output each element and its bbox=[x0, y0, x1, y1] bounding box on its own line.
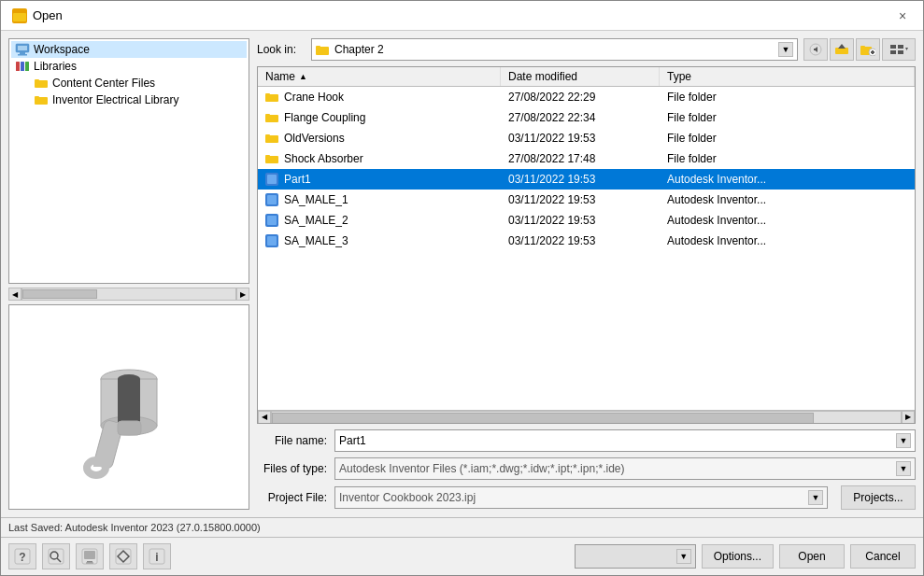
view-button[interactable] bbox=[882, 38, 916, 61]
folder-icon-lookin bbox=[316, 44, 329, 55]
find-button[interactable] bbox=[42, 543, 70, 569]
svg-rect-54 bbox=[267, 216, 277, 225]
right-panel: Look in: Chapter 2 ▼ bbox=[257, 38, 916, 510]
filename-input[interactable]: Part1 ▼ bbox=[334, 429, 916, 452]
projects-button[interactable]: Projects... bbox=[841, 485, 916, 510]
tree-label-content: Content Center Files bbox=[52, 77, 155, 90]
filetype-select[interactable]: Autodesk Inventor Files (*.iam;*.dwg;*.i… bbox=[334, 457, 916, 480]
file-cell-type: File folder bbox=[660, 150, 915, 167]
file-cell-name: SA_MALE_3 bbox=[258, 232, 501, 249]
file-hscroll-track bbox=[271, 411, 902, 424]
col-header-name[interactable]: Name ▲ bbox=[258, 67, 501, 86]
hscroll-thumb[interactable] bbox=[22, 289, 97, 299]
file-list-hscrollbar[interactable]: ◀ ▶ bbox=[258, 410, 915, 423]
svg-rect-47 bbox=[265, 156, 278, 163]
file-list-header: Name ▲ Date modified Type bbox=[258, 67, 915, 87]
libraries-icon bbox=[15, 60, 30, 73]
tree-item-inventor-electrical[interactable]: Inventor Electrical Library bbox=[30, 91, 247, 108]
svg-rect-36 bbox=[890, 45, 896, 49]
file-row[interactable]: OldVersions 03/11/2022 19:53 File folder bbox=[258, 128, 915, 148]
tree-item-content-center[interactable]: Content Center Files bbox=[30, 75, 247, 91]
dialog-title: Open bbox=[33, 8, 63, 22]
folder-icon-electrical bbox=[34, 93, 49, 106]
view-dropdown-arrow[interactable]: ▼ bbox=[676, 549, 691, 564]
project-row: Project File: Inventor Cookbook 2023.ipj… bbox=[257, 485, 916, 510]
file-cell-name: SA_MALE_2 bbox=[258, 212, 501, 229]
file-hscroll-thumb[interactable] bbox=[272, 413, 814, 424]
new-folder-button[interactable] bbox=[856, 38, 880, 61]
file-cell-date: 27/08/2022 17:48 bbox=[501, 150, 660, 167]
folder-icon-content bbox=[34, 77, 49, 90]
svg-rect-42 bbox=[265, 93, 270, 95]
hscroll-right-arrow[interactable]: ▶ bbox=[236, 288, 249, 301]
file-folder-icon bbox=[265, 112, 278, 123]
svg-text:?: ? bbox=[19, 551, 25, 564]
svg-rect-46 bbox=[265, 134, 270, 136]
tree-label-libraries: Libraries bbox=[34, 60, 77, 73]
file-cell-type: File folder bbox=[660, 109, 915, 126]
file-part-icon bbox=[265, 234, 278, 247]
file-row[interactable]: Flange Coupling 27/08/2022 22:34 File fo… bbox=[258, 107, 915, 128]
file-row[interactable]: Shock Absorber 27/08/2022 17:48 File fol… bbox=[258, 148, 915, 169]
help-icon: ? bbox=[14, 548, 31, 565]
lookin-dropdown-arrow[interactable]: ▼ bbox=[778, 42, 793, 57]
file-folder-icon bbox=[265, 133, 278, 144]
close-button[interactable]: × bbox=[893, 7, 912, 25]
file-cell-date: 27/08/2022 22:29 bbox=[501, 89, 660, 105]
file-hscroll-right[interactable]: ▶ bbox=[902, 411, 915, 424]
preview-panel bbox=[8, 304, 249, 510]
svg-rect-4 bbox=[18, 46, 27, 50]
file-part-icon bbox=[265, 173, 278, 186]
file-cell-type: Autodesk Inventor... bbox=[660, 212, 915, 229]
sort-arrow: ▲ bbox=[299, 72, 307, 81]
file-cell-name: Flange Coupling bbox=[258, 109, 501, 126]
hscroll-left-arrow[interactable]: ◀ bbox=[8, 288, 21, 301]
cancel-button[interactable]: Cancel bbox=[850, 544, 916, 569]
file-name-text: Part1 bbox=[284, 173, 311, 186]
info-button[interactable]: i bbox=[143, 543, 171, 569]
tree-item-workspace[interactable]: Workspace bbox=[11, 41, 247, 58]
project-select[interactable]: Inventor Cookbook 2023.ipj ▼ bbox=[334, 486, 828, 509]
toolbar-row: Look in: Chapter 2 ▼ bbox=[257, 38, 916, 61]
file-cell-date: 03/11/2022 19:53 bbox=[501, 130, 660, 147]
file-part-icon bbox=[265, 193, 278, 206]
filetype-dropdown-arrow[interactable]: ▼ bbox=[896, 461, 911, 476]
tree-item-libraries[interactable]: Libraries bbox=[11, 58, 247, 75]
file-cell-date: 03/11/2022 19:53 bbox=[501, 212, 660, 229]
svg-rect-7 bbox=[16, 62, 20, 71]
lookin-combo[interactable]: Chapter 2 ▼ bbox=[311, 38, 798, 61]
filename-dropdown-arrow[interactable]: ▼ bbox=[896, 433, 911, 448]
file-row[interactable]: SA_MALE_2 03/11/2022 19:53 Autodesk Inve… bbox=[258, 210, 915, 231]
back-icon bbox=[808, 43, 823, 56]
preview-icon bbox=[81, 548, 98, 565]
file-row[interactable]: Crane Hook 27/08/2022 22:29 File folder bbox=[258, 87, 915, 107]
options-button[interactable]: Options... bbox=[702, 544, 774, 569]
view-dropdown[interactable]: ▼ bbox=[575, 544, 696, 569]
project-value: Inventor Cookbook 2023.ipj bbox=[339, 491, 804, 504]
options2-button[interactable] bbox=[109, 543, 137, 569]
up-button[interactable] bbox=[830, 38, 854, 61]
file-cell-type: Autodesk Inventor... bbox=[660, 171, 915, 188]
filetype-label: Files of type: bbox=[257, 462, 327, 475]
file-list: Crane Hook 27/08/2022 22:29 File folder … bbox=[258, 87, 915, 410]
svg-rect-11 bbox=[35, 79, 39, 82]
back-button[interactable] bbox=[803, 38, 828, 61]
file-cell-type: File folder bbox=[660, 130, 915, 147]
tree-hscrollbar[interactable]: ◀ ▶ bbox=[8, 288, 249, 301]
help-button[interactable]: ? bbox=[8, 543, 36, 569]
pc-icon bbox=[15, 43, 30, 56]
project-dropdown-arrow[interactable]: ▼ bbox=[808, 490, 823, 505]
preview-button[interactable] bbox=[76, 543, 104, 569]
hscroll-track bbox=[21, 288, 236, 301]
file-row[interactable]: SA_MALE_3 03/11/2022 19:53 Autodesk Inve… bbox=[258, 231, 915, 251]
filetype-row: Files of type: Autodesk Inventor Files (… bbox=[257, 457, 916, 480]
open-button[interactable]: Open bbox=[779, 544, 845, 569]
file-hscroll-left[interactable]: ◀ bbox=[258, 411, 271, 424]
svg-rect-9 bbox=[25, 62, 29, 71]
svg-rect-38 bbox=[890, 50, 896, 54]
col-header-type[interactable]: Type bbox=[660, 67, 915, 86]
file-row[interactable]: Part1 03/11/2022 19:53 Autodesk Inventor… bbox=[258, 169, 915, 190]
file-row[interactable]: SA_MALE_1 03/11/2022 19:53 Autodesk Inve… bbox=[258, 190, 915, 210]
col-header-date[interactable]: Date modified bbox=[501, 67, 660, 86]
file-name-text: Shock Absorber bbox=[284, 152, 363, 165]
